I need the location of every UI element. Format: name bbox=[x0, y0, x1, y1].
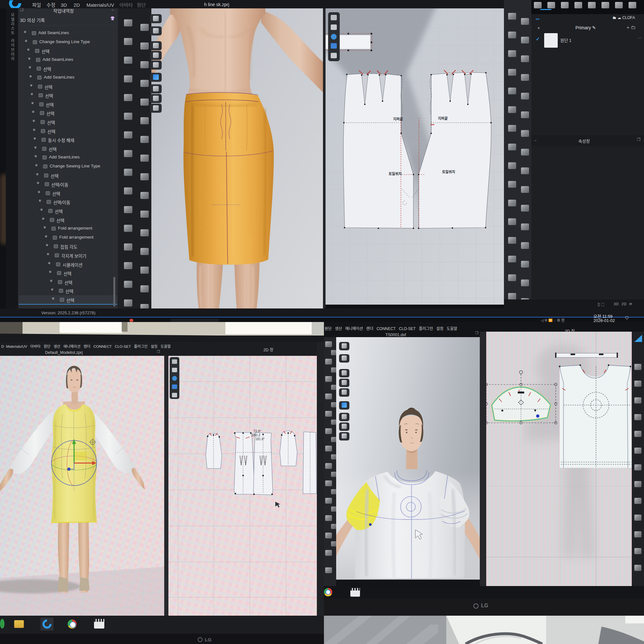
svg-text:토일위치: 토일위치 bbox=[389, 172, 402, 176]
svg-text:181.8°: 181.8° bbox=[255, 437, 265, 441]
svg-text:토일위치: 토일위치 bbox=[442, 170, 455, 174]
svg-text:지퍼끝: 지퍼끝 bbox=[393, 117, 403, 121]
svg-text:지퍼끝: 지퍼끝 bbox=[438, 116, 448, 120]
svg-text:73.9°: 73.9° bbox=[253, 430, 261, 433]
svg-text:160.2: 160.2 bbox=[251, 433, 260, 437]
